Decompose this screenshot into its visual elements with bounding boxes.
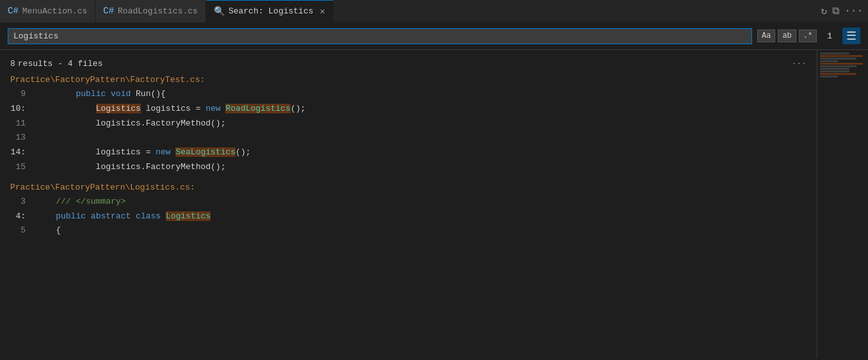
mini-map-line bbox=[820, 73, 856, 75]
tab-label: Search: Logistics bbox=[229, 6, 314, 16]
mini-map-line bbox=[820, 55, 863, 57]
cs-icon: C# bbox=[103, 6, 114, 16]
keyword: new bbox=[205, 104, 220, 113]
code-line[interactable]: 10: Logistics logistics = new RoadLogist… bbox=[0, 102, 817, 117]
line-number: 15 bbox=[10, 161, 36, 174]
search-icon: 🔍 bbox=[214, 6, 225, 17]
line-number: 13 bbox=[10, 131, 36, 145]
match-highlight: Logistics bbox=[166, 211, 211, 221]
line-content: Logistics logistics = new RoadLogistics(… bbox=[36, 102, 817, 116]
code-line[interactable]: 14: logistics = new SeaLogistics(); bbox=[0, 145, 817, 160]
results-header: 8 results - 4 files ··· bbox=[0, 55, 817, 72]
tab-bar-actions: ↻ ⧉ ··· bbox=[821, 4, 868, 17]
match-highlight: RoadLogistics bbox=[225, 104, 290, 113]
code-line[interactable]: 4: public abstract class Logistics bbox=[0, 209, 817, 224]
line-number: 5 bbox=[10, 224, 36, 238]
line-content: logistics.FactoryMethod(); bbox=[36, 117, 817, 131]
code-line[interactable]: 9 public void Run(){ bbox=[0, 87, 817, 102]
search-input[interactable] bbox=[8, 28, 752, 44]
match-case-button[interactable]: Aa bbox=[757, 29, 775, 42]
match-word-button[interactable]: ab bbox=[778, 29, 796, 42]
tab-road-logistics[interactable]: C# RoadLogistics.cs bbox=[95, 0, 206, 22]
search-count: 1 bbox=[822, 31, 837, 41]
search-bar: Aa ab .* 1 ☰ bbox=[0, 22, 868, 50]
tab-label: RoadLogistics.cs bbox=[118, 6, 198, 16]
search-options: Aa ab .* bbox=[757, 29, 817, 42]
code-line[interactable]: 3 /// </summary> bbox=[0, 195, 817, 209]
refresh-icon[interactable]: ↻ bbox=[821, 4, 828, 17]
close-icon[interactable]: ✕ bbox=[320, 6, 325, 17]
line-content: public void Run(){ bbox=[36, 88, 817, 101]
mini-map-line bbox=[820, 63, 863, 65]
keyword: public bbox=[76, 89, 106, 99]
keyword: abstract bbox=[91, 211, 131, 221]
content-area: 8 results - 4 files ··· Practice\Factory… bbox=[0, 50, 868, 359]
match-highlight: Logistics bbox=[96, 104, 141, 113]
regex-button[interactable]: .* bbox=[799, 29, 817, 42]
line-content: public abstract class Logistics bbox=[36, 210, 817, 224]
search-menu-button[interactable]: ☰ bbox=[842, 28, 860, 44]
mini-map-line bbox=[820, 68, 849, 70]
line-number: 9 bbox=[10, 88, 36, 101]
line-number: 11 bbox=[10, 117, 36, 131]
mini-map bbox=[817, 50, 868, 359]
mini-map-line bbox=[820, 65, 856, 67]
search-input-wrapper bbox=[8, 28, 752, 44]
file-path-factory-test[interactable]: Practice\FactoryPattern\FactoryTest.cs: bbox=[0, 72, 817, 87]
code-line[interactable]: 11 logistics.FactoryMethod(); bbox=[0, 117, 817, 131]
file-group-logistics-cs: Practice\FactoryPattern\Logistics.cs: 3 … bbox=[0, 180, 817, 238]
main-panel: 8 results - 4 files ··· Practice\Factory… bbox=[0, 50, 817, 359]
line-content: logistics.FactoryMethod(); bbox=[36, 161, 817, 174]
mini-map-line bbox=[820, 60, 838, 62]
line-number: 10: bbox=[10, 102, 36, 116]
tab-label: MenuAction.cs bbox=[22, 6, 87, 16]
file-path-logistics-cs[interactable]: Practice\FactoryPattern\Logistics.cs: bbox=[0, 180, 817, 195]
results-text: results - 4 files bbox=[18, 59, 103, 69]
mini-map-content bbox=[817, 50, 868, 80]
mini-map-line bbox=[820, 58, 856, 60]
cs-icon: C# bbox=[8, 6, 19, 16]
line-number: 14: bbox=[10, 146, 36, 160]
comment: /// </summary> bbox=[46, 197, 126, 206]
mini-map-line bbox=[820, 76, 838, 78]
tab-menu-action[interactable]: C# MenuAction.cs bbox=[0, 0, 95, 22]
line-number: 4: bbox=[10, 210, 36, 224]
code-line[interactable]: 5 { bbox=[0, 224, 817, 238]
more-actions-icon[interactable]: ··· bbox=[844, 5, 863, 17]
mini-map-line bbox=[820, 70, 849, 72]
line-content bbox=[36, 131, 817, 145]
file-group-factory-test: Practice\FactoryPattern\FactoryTest.cs: … bbox=[0, 72, 817, 175]
keyword: new bbox=[156, 147, 170, 157]
results-more-button[interactable]: ··· bbox=[792, 59, 807, 69]
tab-bar: C# MenuAction.cs C# RoadLogistics.cs 🔍 S… bbox=[0, 0, 868, 22]
keyword: void bbox=[111, 89, 131, 99]
line-content: { bbox=[36, 224, 817, 238]
split-icon[interactable]: ⧉ bbox=[832, 5, 839, 17]
mini-map-line bbox=[820, 53, 849, 54]
line-content: logistics = new SeaLogistics(); bbox=[36, 146, 817, 160]
line-number: 3 bbox=[10, 195, 36, 209]
results-count: 8 bbox=[10, 59, 15, 69]
keyword: public bbox=[56, 211, 86, 221]
code-line[interactable]: 15 logistics.FactoryMethod(); bbox=[0, 160, 817, 175]
line-content: /// </summary> bbox=[36, 195, 817, 209]
code-line[interactable]: 13 bbox=[0, 131, 817, 145]
keyword: class bbox=[136, 211, 161, 221]
match-highlight: SeaLogistics bbox=[175, 147, 236, 157]
tab-search[interactable]: 🔍 Search: Logistics ✕ bbox=[206, 0, 334, 22]
